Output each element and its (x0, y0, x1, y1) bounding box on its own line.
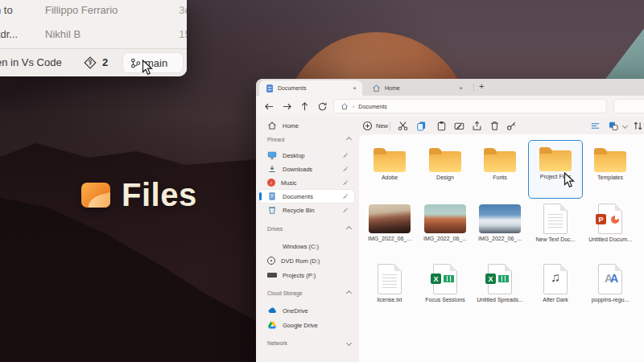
git-commits-popup: n to Fillippo Ferrario 3e4 kdr... Nikhil… (0, 0, 187, 76)
copy-button[interactable] (416, 119, 427, 132)
new-tab-button[interactable]: + (479, 81, 484, 91)
commit-row[interactable]: n to Fillippo Ferrario 3e4 (0, 0, 187, 21)
audio-file-icon: ♫ (543, 264, 568, 294)
file-tile-fonts[interactable]: Fonts (474, 142, 526, 198)
file-tile-audio[interactable]: ♫ After Dark (530, 261, 581, 318)
file-tile-powerpoint[interactable]: P Untitled Docum... (584, 201, 636, 257)
commit-hash: 155 (179, 28, 187, 40)
photo-thumbnail-sunset-mountain (424, 204, 466, 233)
sidebar-label: Google Drive (283, 322, 318, 329)
pin-icon (342, 152, 349, 158)
rename-button[interactable] (454, 119, 464, 132)
file-tile-font[interactable]: AA poppins-regu... (584, 261, 636, 318)
sidebar-item-windows-c[interactable]: Windows (C:) (259, 240, 354, 253)
copy-icon (416, 121, 427, 131)
photo-thumbnail-desert (369, 204, 411, 233)
navigation-bar: › Documents (256, 96, 644, 117)
branch-button[interactable]: main (122, 52, 184, 73)
sidebar-item-recycle-bin[interactable]: Recycle Bin (259, 204, 354, 216)
sidebar-section-pinned[interactable]: Pinned (267, 134, 351, 144)
sidebar-section-cloud-storage[interactable]: Cloud Storage (267, 288, 351, 298)
plus-circle-icon (362, 121, 373, 131)
section-label: Network (267, 340, 287, 346)
sidebar-label: Desktop (283, 152, 305, 159)
file-label: license.txt (377, 297, 402, 302)
file-label: New Text Doc... (536, 237, 576, 242)
refresh-button[interactable] (316, 100, 328, 113)
files-brand-logo: Files (81, 177, 197, 213)
tab-title: Home (385, 85, 400, 91)
sidebar-item-onedrive[interactable]: OneDrive (259, 304, 354, 317)
file-tile-design[interactable]: Design (419, 142, 471, 198)
section-label: Drives (267, 226, 283, 232)
commit-row[interactable]: kdr... Nikhil B 155 (0, 24, 187, 45)
breadcrumb-chevron: › (353, 104, 354, 109)
file-tile-adobe[interactable]: Adobe (364, 142, 415, 198)
sidebar-item-desktop[interactable]: Desktop (259, 149, 354, 162)
sidebar-item-home[interactable]: Home (259, 119, 354, 132)
delete-button[interactable] (489, 119, 500, 132)
file-label: Templates (597, 175, 623, 180)
sidebar-section-drives[interactable]: Drives (267, 224, 351, 233)
close-tab-icon[interactable]: × (353, 84, 357, 92)
file-label: Fonts (493, 175, 507, 180)
layout-button[interactable] (609, 119, 627, 132)
photo-thumbnail-snow-mountain (479, 204, 521, 233)
file-tile-templates[interactable]: Templates (584, 142, 636, 198)
file-tile-image[interactable]: IMG_2022_06_... (364, 201, 415, 257)
file-tile-image[interactable]: IMG_2022_06_... (474, 201, 526, 257)
forward-button[interactable] (280, 100, 293, 113)
breadcrumb-location[interactable]: Documents (358, 104, 386, 109)
folder-icon (594, 151, 626, 172)
sidebar-item-music[interactable]: ♪ Music (259, 176, 354, 189)
file-label: IMG_2022_06_... (423, 236, 467, 241)
sidebar-label: Recycle Bin (283, 207, 315, 214)
paste-button[interactable] (436, 119, 447, 132)
file-tile-text-doc[interactable]: New Text Doc... (530, 201, 581, 257)
file-label: poppins-regu... (592, 297, 630, 302)
home-tab-icon (372, 84, 381, 93)
tab-divider (473, 84, 474, 92)
file-tile-project-files-selected[interactable]: Project Files (528, 140, 583, 199)
file-label: Adobe (382, 175, 398, 180)
tab-home[interactable]: Home × (365, 80, 469, 96)
powerpoint-icon: P (598, 204, 622, 234)
sidebar-section-network[interactable]: Network (267, 338, 351, 348)
sidebar-item-documents[interactable]: Documents (259, 190, 354, 203)
mouse-cursor (142, 60, 153, 76)
cut-button[interactable] (398, 119, 408, 132)
sidebar-label: Documents (283, 193, 313, 200)
sort-button[interactable] (633, 119, 643, 132)
file-tile-image[interactable]: IMG_2022_06_... (419, 201, 471, 257)
sidebar-label: Home (283, 122, 299, 130)
new-button[interactable]: New (362, 119, 388, 132)
chevron-up-icon (346, 290, 352, 295)
pin-icon (342, 193, 349, 200)
file-tile-license[interactable]: license.txt (364, 261, 415, 318)
folder-icon (429, 151, 461, 172)
close-tab-icon[interactable]: × (459, 84, 463, 92)
folder-icon (374, 151, 406, 172)
pin-icon (342, 179, 349, 186)
up-button[interactable] (298, 100, 311, 113)
open-in-vscode-button[interactable]: en in Vs Code (0, 56, 62, 68)
pin-icon (342, 166, 349, 172)
view-options-button[interactable] (590, 119, 601, 132)
tab-documents[interactable]: Documents × (259, 80, 362, 96)
share-button[interactable] (472, 119, 482, 132)
folder-icon (484, 151, 516, 172)
sidebar-item-downloads[interactable]: Downloads (259, 162, 354, 175)
file-tile-excel[interactable]: X Untitled Spreads... (474, 261, 526, 318)
sidebar-item-google-drive[interactable]: Google Drive (259, 319, 354, 331)
properties-button[interactable] (506, 119, 517, 132)
file-label: Focus Sessions (425, 297, 464, 302)
address-bar[interactable]: › Documents (333, 99, 607, 113)
pin-icon (342, 207, 349, 213)
file-tile-excel[interactable]: X Focus Sessions (419, 261, 471, 318)
search-box[interactable] (613, 99, 644, 113)
sidebar-item-projects-drive[interactable]: Projects (P:) (259, 269, 354, 282)
sidebar-item-dvd-rom[interactable]: DVD Rom (D:) (259, 254, 354, 267)
documents-icon (267, 191, 277, 201)
back-button[interactable] (262, 100, 275, 113)
paste-icon (436, 121, 447, 131)
